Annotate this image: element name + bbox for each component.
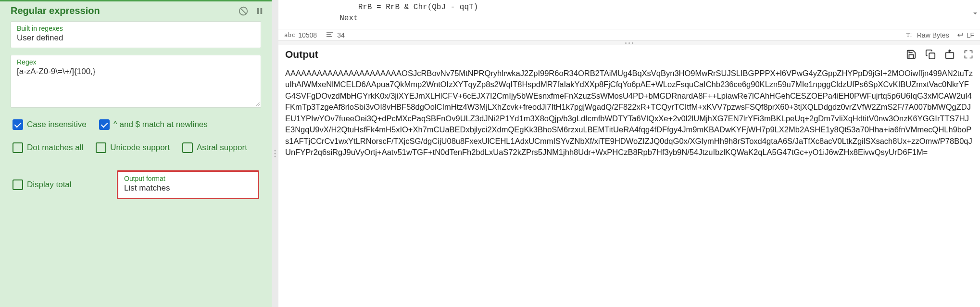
return-icon [957,31,964,39]
checkbox-checked-icon [13,119,23,130]
lines-icon [327,31,334,39]
regex-label: Regex [17,58,255,66]
builtin-regex-label: Built in regexes [17,25,255,32]
output-toolbar [906,49,973,60]
builtin-regex-value: User defined [17,33,255,43]
replace-input-icon[interactable] [944,49,955,60]
svg-rect-10 [946,52,954,58]
char-count-value: 10508 [298,31,317,39]
checkbox-empty-icon [13,142,23,153]
code-line-2: Next [284,14,358,23]
recipe-panel: Regular expression Built in regexes User… [0,0,272,307]
svg-rect-3 [261,8,263,14]
panel-header-icons [238,6,264,16]
status-left: abc 10508 34 [284,31,345,39]
vertical-divider[interactable] [272,0,278,307]
line-count-value: 34 [337,31,345,39]
raw-bytes-toggle[interactable]: TT Raw Bytes [906,31,949,39]
svg-text:T: T [910,33,912,38]
display-total-label: Display total [27,180,72,190]
newlines-label: ^ and $ match at newlines [113,120,208,129]
display-total-checkbox[interactable]: Display total [13,179,72,190]
options-row-2: Dot matches all Unicode support Astral s… [11,138,261,154]
scroll-down-icon[interactable] [944,2,978,28]
checkbox-empty-icon [182,142,193,153]
astral-label: Astral support [197,143,247,153]
pause-icon[interactable] [255,7,264,15]
code-line-1: RrB = RrB & Chr(QbJ - qqT) [284,3,478,12]
char-count[interactable]: abc 10508 [284,31,317,39]
output-format-value: List matches [124,183,252,193]
options-row-3: Display total Output format List matches [11,161,261,202]
panel-header: Regular expression [0,1,272,21]
output-title: Output [285,49,318,60]
input-code-area[interactable]: RrB = RrB & Chr(QbJ - qqT) Next [278,0,980,29]
copy-icon[interactable] [925,49,936,60]
disable-icon[interactable] [238,6,249,16]
checkbox-checked-icon [99,119,110,130]
dot-matches-checkbox[interactable]: Dot matches all [13,142,83,153]
regex-value: [a-zA-Z0-9\=\+/]{100,} [17,67,255,77]
status-bar: abc 10508 34 TT Raw Bytes LF [278,29,980,41]
case-insensitive-checkbox[interactable]: Case insensitive [13,119,87,130]
case-insensitive-label: Case insensitive [27,120,87,129]
maximize-icon[interactable] [964,50,973,59]
panel-title: Regular expression [11,5,100,16]
checkbox-empty-icon [13,179,23,190]
status-right: TT Raw Bytes LF [906,31,974,39]
output-content[interactable]: AAAAAAAAAAAAAAAAAAAAAAOSJcRBovNv75MtNPRQ… [278,66,980,307]
unicode-label: Unicode support [110,143,170,153]
eol-toggle[interactable]: LF [957,31,974,39]
builtin-regex-select[interactable]: Built in regexes User defined [11,21,261,48]
svg-text:T: T [906,32,910,38]
svg-line-1 [241,8,246,13]
newlines-checkbox[interactable]: ^ and $ match at newlines [99,119,208,130]
checkbox-empty-icon [96,142,106,153]
dot-matches-label: Dot matches all [27,143,83,153]
input-scrollbar[interactable] [972,0,979,29]
output-header: Output [278,45,980,66]
svg-rect-2 [257,8,259,14]
astral-checkbox[interactable]: Astral support [182,142,247,153]
output-format-label: Output format [124,175,252,182]
output-format-select[interactable]: Output format List matches [117,170,259,199]
svg-rect-9 [929,53,935,59]
text-format-icon: TT [906,31,914,39]
drag-handle-icon [275,150,276,157]
save-icon[interactable] [906,49,917,60]
regex-input[interactable]: Regex [a-zA-Z0-9\=\+/]{100,} [11,55,261,108]
horizontal-divider[interactable] [278,41,980,45]
right-panel: RrB = RrB & Chr(QbJ - qqT) Next abc 1050… [278,0,980,307]
raw-bytes-label: Raw Bytes [917,31,949,39]
line-count[interactable]: 34 [327,31,345,39]
eol-label: LF [967,31,974,39]
unicode-checkbox[interactable]: Unicode support [96,142,170,153]
options-row-1: Case insensitive ^ and $ match at newlin… [11,115,261,131]
resize-grip-icon [254,101,260,106]
abc-icon: abc [284,32,295,38]
panel-body: Built in regexes User defined Regex [a-z… [0,21,272,210]
